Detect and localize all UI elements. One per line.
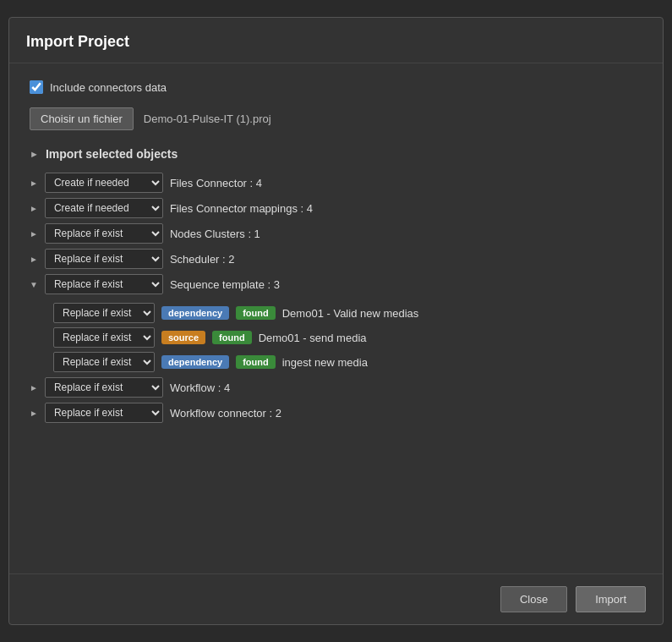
choose-file-button[interactable]: Choisir un fichier <box>30 107 134 130</box>
expand-icon[interactable]: ► <box>30 229 38 239</box>
workflow-connector-label: Workflow connector : 2 <box>170 407 281 420</box>
section-header: ► Import selected objects <box>30 147 642 161</box>
dialog-body: Include connectors data Choisir un fichi… <box>9 63 663 573</box>
list-item: ► Create if needed Replace if exist Skip… <box>30 173 642 193</box>
list-item: ► Create if needed Replace if exist Skip… <box>30 249 642 269</box>
expand-icon[interactable]: ► <box>30 383 38 392</box>
include-connectors-label: Include connectors data <box>50 81 167 94</box>
badge-found: found <box>236 355 276 369</box>
dialog-footer: Close Import <box>9 573 663 624</box>
file-chooser-row: Choisir un fichier Demo-01-Pulse-IT (1).… <box>30 107 642 130</box>
workflow-mode-select[interactable]: Create if needed Replace if exist Skip <box>45 377 163 398</box>
list-item: ► Create if needed Replace if exist Skip… <box>30 223 642 244</box>
expand-icon[interactable]: ► <box>30 178 38 188</box>
workflow-connector-mode-select[interactable]: Create if needed Replace if exist Skip <box>45 403 163 423</box>
list-item: ▼ Create if needed Replace if exist Skip… <box>30 274 642 294</box>
expand-icon[interactable]: ► <box>30 409 38 418</box>
scheduler-label: Scheduler : 2 <box>170 253 235 266</box>
sub-item-row: Create if needed Replace if exist Skip d… <box>53 352 642 372</box>
files-connector-label: Files Connector : 4 <box>170 177 262 189</box>
files-connector-mappings-label: Files Connector mappings : 4 <box>170 202 313 215</box>
items-list: ► Create if needed Replace if exist Skip… <box>30 173 642 423</box>
dialog-title: Import Project <box>9 18 663 63</box>
sequence-sub-items: Create if needed Replace if exist Skip d… <box>53 303 642 372</box>
sub-item-row: Create if needed Replace if exist Skip d… <box>53 303 642 323</box>
nodes-clusters-label: Nodes Clusters : 1 <box>170 228 260 240</box>
badge-found: found <box>236 306 276 320</box>
selected-file-name: Demo-01-Pulse-IT (1).proj <box>144 112 271 125</box>
include-connectors-row: Include connectors data <box>30 80 642 94</box>
sub-item-3-name: ingest new media <box>282 356 368 369</box>
expand-icon[interactable]: ► <box>30 255 38 264</box>
sub-item-2-mode-select[interactable]: Create if needed Replace if exist Skip <box>53 327 155 348</box>
sub-item-row: Create if needed Replace if exist Skip s… <box>53 327 642 348</box>
sequence-template-mode-select[interactable]: Create if needed Replace if exist Skip <box>45 274 163 294</box>
import-button[interactable]: Import <box>576 586 646 612</box>
scheduler-mode-select[interactable]: Create if needed Replace if exist Skip <box>45 249 163 269</box>
nodes-clusters-mode-select[interactable]: Create if needed Replace if exist Skip <box>45 223 163 244</box>
sequence-template-label: Sequence template : 3 <box>170 278 280 291</box>
sub-item-1-mode-select[interactable]: Create if needed Replace if exist Skip <box>53 303 155 323</box>
expand-icon[interactable]: ► <box>30 204 38 213</box>
sub-item-1-name: Demo01 - Valid new medias <box>282 307 419 320</box>
files-connector-mappings-mode-select[interactable]: Create if needed Replace if exist Skip <box>45 198 163 218</box>
include-connectors-checkbox[interactable] <box>30 80 43 94</box>
close-button[interactable]: Close <box>500 586 567 612</box>
badge-found: found <box>212 331 252 344</box>
sub-item-2-name: Demo01 - send media <box>259 332 367 344</box>
expand-icon[interactable]: ▼ <box>30 280 38 289</box>
badge-source: source <box>161 331 205 344</box>
list-item: ► Create if needed Replace if exist Skip… <box>30 198 642 218</box>
files-connector-mode-select[interactable]: Create if needed Replace if exist Skip <box>45 173 163 193</box>
sub-item-3-mode-select[interactable]: Create if needed Replace if exist Skip <box>53 352 155 372</box>
badge-dependency: dependency <box>161 355 229 369</box>
import-project-dialog: Import Project Include connectors data C… <box>8 17 664 625</box>
workflow-label: Workflow : 4 <box>170 381 230 394</box>
list-item: ► Create if needed Replace if exist Skip… <box>30 377 642 398</box>
section-header-label: Import selected objects <box>46 147 178 161</box>
section-chevron-icon[interactable]: ► <box>30 149 39 159</box>
badge-dependency: dependency <box>161 306 229 320</box>
list-item: ► Create if needed Replace if exist Skip… <box>30 403 642 423</box>
